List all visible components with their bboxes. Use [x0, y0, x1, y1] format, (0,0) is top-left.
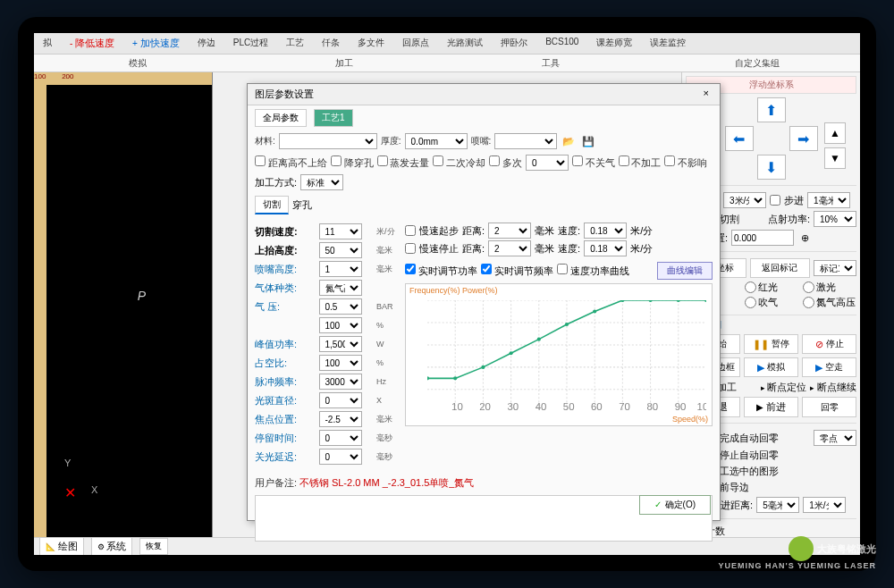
ribbon-tab[interactable]: 自定义集组	[654, 55, 860, 71]
step-dist[interactable]: 1毫米	[807, 192, 850, 208]
ret-speed[interactable]: 1米/分	[803, 497, 846, 513]
param-value[interactable]: 0	[319, 430, 362, 446]
dialog-titlebar[interactable]: 图层参数设置 ×	[248, 84, 720, 105]
ribbon-tab[interactable]: 加工	[240, 55, 447, 71]
subtab-cut[interactable]: 切割	[255, 196, 289, 214]
process-暂停[interactable]: ❚❚暂停	[744, 334, 798, 354]
mark-select[interactable]: 标记1	[814, 260, 856, 276]
checkbox-option[interactable]	[331, 155, 342, 166]
slow-start-check[interactable]	[405, 225, 416, 236]
param-value[interactable]: 1,500	[319, 336, 362, 352]
menu-item[interactable]: PLC过程	[224, 33, 277, 54]
checkbox-option[interactable]	[433, 155, 443, 166]
menu-item[interactable]: 多文件	[349, 33, 393, 54]
param-value[interactable]: 100	[319, 355, 362, 371]
menu-item-speedup[interactable]: + 加快速度	[123, 33, 189, 54]
menu-item[interactable]: BCS100	[536, 33, 587, 54]
thickness-select[interactable]: 0.0mm	[405, 133, 468, 149]
checkbox-option[interactable]	[572, 155, 583, 166]
folder-open-icon[interactable]: 📂	[561, 133, 577, 149]
menu-item[interactable]: 回原点	[393, 33, 438, 54]
close-icon[interactable]: ×	[700, 88, 713, 101]
svg-point-15	[453, 376, 457, 380]
menu-item[interactable]: 仟条	[313, 33, 349, 54]
menu-item[interactable]: 光路测试	[438, 33, 492, 54]
status-tab-system[interactable]: ⚙ 系统	[91, 537, 133, 555]
param-value[interactable]: 11	[319, 223, 362, 239]
ok-button[interactable]: 确定(O)	[639, 495, 711, 515]
step-check[interactable]	[770, 195, 780, 206]
tab-process1[interactable]: 工艺1	[314, 109, 353, 127]
svg-text:60: 60	[591, 401, 603, 412]
menu-item[interactable]: 拟	[34, 33, 61, 54]
param-value[interactable]: 0.5	[319, 298, 362, 315]
z-up-button[interactable]: ▲	[824, 122, 846, 144]
param-value[interactable]: 100	[319, 317, 362, 333]
menu-item[interactable]: 课差师宽	[587, 33, 641, 54]
curve-opt-check[interactable]	[557, 264, 568, 274]
curve-opt-check[interactable]	[481, 264, 492, 274]
save-icon[interactable]: 💾	[580, 133, 596, 149]
menu-item[interactable]: 停边	[189, 33, 224, 54]
slow-start-dist[interactable]: 2	[488, 223, 531, 239]
param-value[interactable]: 0	[319, 392, 362, 408]
light-radio[interactable]	[803, 281, 814, 293]
param-value[interactable]: 0	[319, 449, 362, 465]
slow-start-speed[interactable]: 0.18	[584, 223, 627, 239]
breakpoint-continue[interactable]: ▸ 断点继续	[810, 381, 856, 394]
checkbox-option[interactable]	[255, 155, 266, 166]
subtab-pierce[interactable]: 穿孔	[292, 198, 312, 212]
process-空走[interactable]: ▶空走	[802, 357, 856, 377]
return-mark-button[interactable]: 返回标记	[750, 258, 811, 278]
light-radio[interactable]	[803, 297, 814, 308]
nozzle-select[interactable]	[494, 133, 557, 149]
light-radio[interactable]	[745, 297, 756, 308]
breakpoint-locate[interactable]: ▸ 断点定位	[761, 381, 807, 394]
ret-dist[interactable]: 5毫米	[756, 497, 799, 513]
ribbon-tab[interactable]: 模拟	[34, 55, 240, 71]
arrow-up-button[interactable]: ⬆	[757, 97, 786, 122]
arrow-right-button[interactable]: ➡	[789, 126, 818, 151]
slow-stop-dist[interactable]: 2	[488, 240, 531, 256]
focus-pos-input[interactable]	[731, 230, 794, 246]
process-停止[interactable]: ⊘停止	[802, 334, 856, 354]
param-value[interactable]: 3000	[319, 374, 362, 390]
multi-count[interactable]: 0	[526, 155, 569, 171]
chart-ylabel: Frequency(%) Power(%)	[409, 286, 498, 295]
param-value[interactable]: -2.5	[319, 411, 362, 427]
menu-item[interactable]: 押卧尔	[492, 33, 536, 54]
status-tab-recover[interactable]: 恢复	[139, 538, 168, 555]
home-button[interactable]: 回零	[802, 397, 856, 417]
menu-item[interactable]: 误差监控	[641, 33, 695, 54]
param-value[interactable]: 50	[319, 242, 362, 258]
curve-edit-button[interactable]: 曲线编辑	[657, 262, 713, 280]
checkbox-option[interactable]	[619, 155, 629, 166]
menu-item-slowdown[interactable]: - 降低速度	[61, 33, 123, 54]
checkbox-option[interactable]	[377, 155, 388, 166]
arrow-down-button[interactable]: ⬇	[757, 155, 786, 180]
slow-stop-check[interactable]	[405, 243, 416, 254]
process-mode[interactable]: 标准	[300, 174, 343, 190]
z-down-button[interactable]: ▼	[824, 147, 846, 169]
slow-stop-speed[interactable]: 0.18	[584, 240, 627, 256]
menu-item[interactable]: 工艺	[277, 33, 313, 54]
status-tab-draw[interactable]: 📐 绘图	[39, 537, 84, 555]
ribbon-tab[interactable]: 工具	[447, 55, 654, 71]
checkbox-option[interactable]	[664, 155, 675, 166]
material-select[interactable]	[279, 133, 377, 149]
checkbox-option[interactable]	[489, 155, 500, 166]
tab-global[interactable]: 全局参数	[255, 109, 307, 127]
drawing-canvas[interactable]: 100 200 P Y✕X	[34, 72, 213, 537]
curve-opt-check[interactable]	[405, 264, 416, 274]
param-value[interactable]: 1	[319, 261, 362, 277]
point-power[interactable]: 10%	[814, 211, 856, 227]
zero-select[interactable]: 零点	[814, 430, 856, 446]
process-模拟[interactable]: ▶模拟	[744, 357, 798, 377]
forward-button[interactable]: ▶ 前进	[744, 397, 798, 417]
ruler-vertical	[34, 85, 46, 537]
param-value[interactable]: 氮气高压	[319, 280, 362, 296]
fast-speed[interactable]: 3米/分	[723, 192, 766, 208]
svg-point-18	[537, 338, 541, 341]
arrow-left-button[interactable]: ⬅	[725, 126, 754, 151]
light-radio[interactable]	[745, 281, 756, 293]
